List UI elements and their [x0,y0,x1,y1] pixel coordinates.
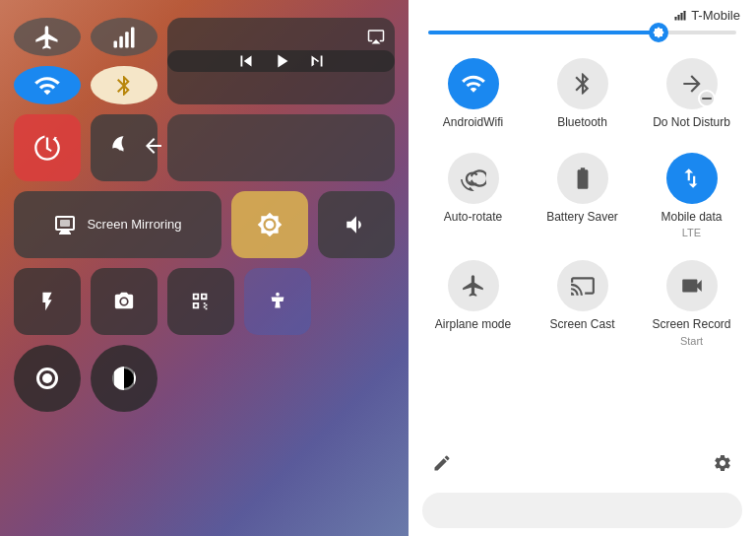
ios-cellular-tile[interactable] [91,18,158,56]
qs-airplane[interactable]: Airplane mode [418,248,528,357]
qs-dnd-icon-circle [666,58,718,109]
qs-mobiledata[interactable]: Mobile data LTE [637,141,746,249]
signal-icon [673,10,687,22]
ios-screen-record-tile[interactable] [14,345,81,412]
android-search-bar[interactable] [422,493,742,528]
qs-bluetooth-icon-circle [557,58,608,109]
qs-wifi-label: AndroidWifi [443,115,503,131]
svg-rect-1 [119,35,123,47]
qs-screenrecord-icon-circle [666,260,718,311]
ios-qr-tile[interactable] [167,268,234,335]
qs-screenrecord-sublabel: Start [680,335,703,347]
ios-row-4 [14,268,395,335]
qs-screenrecord[interactable]: Screen Record Start [637,248,746,357]
qs-battery[interactable]: Battery Saver [528,141,637,249]
brightness-track[interactable] [428,31,736,34]
svg-rect-0 [114,40,118,47]
edit-icon [432,453,452,473]
qs-screencast[interactable]: Screen Cast [528,248,637,357]
brightness-thumb[interactable] [649,23,668,42]
ios-col-right [91,18,158,104]
ios-do-not-disturb-tile[interactable] [91,114,158,181]
brightness-fill [428,31,660,34]
qs-airplane-label: Airplane mode [435,317,511,333]
qs-screencast-icon-circle [557,260,608,311]
carrier-name: T-Mobile [691,8,740,23]
settings-button[interactable] [709,449,736,481]
settings-icon [713,453,732,473]
qs-mobiledata-icon-circle [666,153,718,204]
svg-rect-2 [125,32,129,47]
qs-mobiledata-sublabel: LTE [682,227,701,238]
android-quick-settings: T-Mobile AndroidWifi Bluetooth [409,0,756,536]
edit-button[interactable] [428,449,456,481]
qs-screencast-label: Screen Cast [549,317,614,333]
ios-accessibility-tile[interactable] [244,268,311,335]
svg-point-5 [276,293,280,297]
svg-rect-3 [131,27,135,47]
ios-wifi-tile[interactable] [14,66,81,104]
ios-orientation-lock-tile[interactable] [14,114,81,181]
svg-rect-4 [60,220,70,227]
ios-camera-tile[interactable] [91,268,158,335]
qs-bluetooth-label: Bluetooth [557,115,607,131]
qs-battery-icon-circle [557,153,608,204]
ios-volume-tile[interactable] [318,191,395,258]
qs-bluetooth[interactable]: Bluetooth [528,46,637,141]
ios-brightness-tile[interactable] [231,191,308,258]
qs-airplane-icon-circle [448,260,499,311]
quick-settings-grid: AndroidWifi Bluetooth Do Not Disturb [409,46,756,357]
ios-row-3: Screen Mirroring [14,191,395,258]
qs-autorotate-icon-circle [448,153,499,204]
ios-screen-mirroring-tile[interactable]: Screen Mirroring [14,191,221,258]
airplay-icon [365,26,387,47]
ios-row-1 [14,18,395,104]
ios-airplane-tile[interactable] [14,18,81,56]
qs-dnd-label: Do Not Disturb [653,115,730,131]
qs-dnd[interactable]: Do Not Disturb [637,46,746,141]
ios-bluetooth-tile[interactable] [91,66,158,104]
qs-autorotate[interactable]: Auto-rotate [418,141,528,249]
svg-rect-6 [675,17,677,21]
screen-mirroring-label: Screen Mirroring [87,217,181,234]
brightness-slider-row[interactable] [409,27,756,46]
android-footer [409,441,756,489]
qs-autorotate-label: Auto-rotate [444,210,502,226]
ios-flashlight-tile[interactable] [14,268,81,335]
qs-wifi-icon-circle [448,58,499,109]
svg-rect-8 [681,13,683,21]
android-status-bar: T-Mobile [409,0,756,27]
svg-rect-7 [678,15,680,21]
qs-screenrecord-label: Screen Record [652,317,730,333]
ios-col-left [14,18,81,104]
qs-battery-label: Battery Saver [546,210,618,226]
ios-media-controls [167,50,395,72]
ios-media-tile[interactable] [167,18,395,104]
ios-row-5 [14,345,395,412]
qs-wifi[interactable]: AndroidWifi [418,46,528,141]
qs-mobiledata-label: Mobile data [661,210,722,226]
svg-rect-9 [684,11,686,21]
ios-action-tile[interactable] [167,114,395,181]
ios-control-center: Screen Mirroring [0,0,409,536]
ios-row-2 [14,114,395,181]
ios-bw-tile[interactable] [91,345,158,412]
arrow-left-icon [142,134,165,162]
